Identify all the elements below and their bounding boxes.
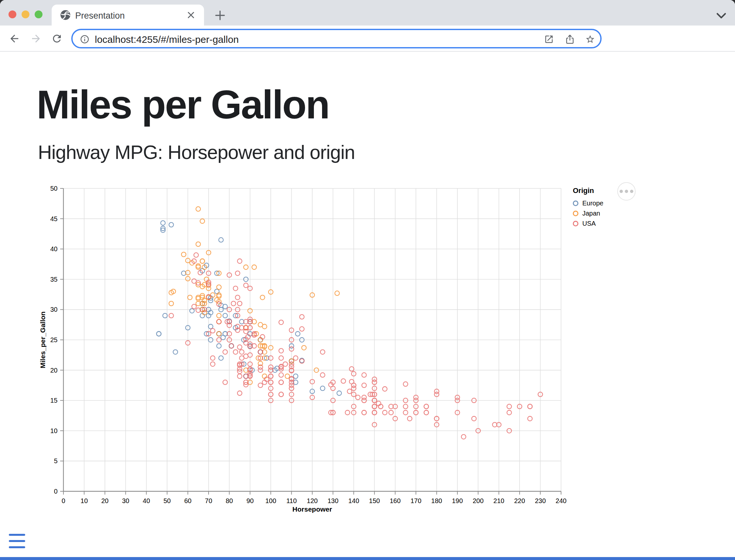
legend-title: Origin	[573, 186, 604, 195]
svg-text:170: 170	[410, 497, 421, 504]
browser-tab[interactable]: Presentation	[52, 5, 204, 26]
tab-close-icon[interactable]	[186, 10, 196, 20]
legend-label: Europe	[582, 200, 604, 207]
globe-icon	[60, 10, 71, 20]
ellipsis-dot	[625, 190, 628, 193]
tab-search-chevron-down-icon[interactable]	[715, 12, 727, 20]
info-icon[interactable]	[80, 34, 90, 44]
svg-text:140: 140	[348, 497, 359, 504]
svg-text:160: 160	[390, 497, 400, 504]
slide-menu-hamburger-icon[interactable]	[9, 534, 25, 550]
hamburger-line	[9, 534, 25, 536]
svg-text:70: 70	[205, 497, 212, 504]
x-axis-title: Horsepower	[292, 505, 332, 513]
svg-text:20: 20	[50, 367, 58, 374]
ellipsis-dot	[630, 190, 633, 193]
japan-circle-swatch	[573, 211, 578, 216]
svg-text:45: 45	[50, 215, 58, 222]
svg-text:50: 50	[164, 497, 171, 504]
scatter-chart: 0102030405060708090100110120130140150160…	[0, 52, 735, 560]
vega-actions-ellipsis-menu-button[interactable]	[617, 182, 636, 201]
legend-label: USA	[582, 220, 596, 227]
hamburger-line	[9, 546, 25, 548]
svg-text:0: 0	[61, 497, 65, 504]
svg-text:60: 60	[184, 497, 191, 504]
svg-text:50: 50	[50, 185, 58, 192]
url-bar[interactable]: localhost:4255/#/miles-per-gallon	[71, 29, 602, 48]
svg-text:210: 210	[493, 497, 504, 504]
svg-text:150: 150	[369, 497, 380, 504]
series-japan	[169, 207, 340, 385]
new-tab-plus-icon[interactable]	[215, 10, 226, 21]
forward-arrow-icon[interactable]	[30, 33, 42, 44]
svg-text:5: 5	[54, 457, 58, 464]
svg-text:40: 40	[50, 245, 58, 253]
series-usa	[169, 253, 543, 439]
presentation-slide: Miles per Gallon Highway MPG: Horsepower…	[0, 52, 735, 560]
svg-text:190: 190	[452, 497, 463, 504]
back-arrow-icon[interactable]	[9, 33, 20, 44]
svg-text:90: 90	[247, 497, 254, 504]
svg-text:30: 30	[122, 497, 129, 504]
traffic-light-close-button[interactable]	[9, 10, 16, 18]
legend-item-japan[interactable]: Japan	[573, 208, 604, 219]
svg-text:220: 220	[514, 497, 525, 504]
y-axis-title: Miles_per_Gallon	[39, 311, 46, 368]
svg-text:240: 240	[555, 497, 566, 504]
tab-title: Presentation	[75, 11, 125, 21]
svg-text:130: 130	[328, 497, 339, 504]
svg-text:30: 30	[50, 306, 58, 313]
open-in-new-icon[interactable]	[544, 34, 554, 44]
legend-item-usa[interactable]: USA	[573, 219, 604, 229]
svg-text:35: 35	[50, 276, 58, 283]
svg-text:80: 80	[226, 497, 233, 504]
svg-text:10: 10	[50, 427, 58, 434]
legend-item-europe[interactable]: Europe	[573, 198, 604, 208]
series-europe	[157, 221, 342, 395]
hamburger-line	[9, 540, 25, 542]
svg-text:25: 25	[50, 336, 58, 343]
svg-text:15: 15	[50, 397, 58, 404]
legend-label: Japan	[582, 210, 600, 217]
reload-icon[interactable]	[51, 33, 63, 44]
svg-text:10: 10	[80, 497, 88, 504]
ellipsis-dot	[620, 190, 623, 193]
share-icon[interactable]	[565, 34, 575, 44]
svg-text:200: 200	[473, 497, 483, 504]
svg-text:180: 180	[431, 497, 442, 504]
presentation-progress-bar[interactable]	[0, 557, 735, 560]
svg-text:230: 230	[535, 497, 546, 504]
bookmark-star-icon[interactable]	[585, 34, 595, 44]
usa-circle-swatch	[573, 221, 578, 226]
svg-text:110: 110	[287, 497, 297, 504]
browser-window: Presentation localhost:4255/#/miles-per-…	[0, 0, 735, 560]
svg-text:0: 0	[54, 488, 58, 495]
tab-strip: Presentation	[0, 0, 735, 26]
browser-toolbar: localhost:4255/#/miles-per-gallon	[0, 26, 735, 52]
traffic-light-zoom-button[interactable]	[35, 10, 43, 18]
svg-text:20: 20	[101, 497, 109, 504]
chart-legend: Origin Europe Japan USA	[573, 186, 604, 229]
europe-circle-swatch	[573, 201, 578, 206]
svg-text:120: 120	[307, 497, 318, 504]
url-text[interactable]: localhost:4255/#/miles-per-gallon	[95, 34, 239, 45]
svg-text:100: 100	[265, 497, 276, 504]
svg-text:40: 40	[143, 497, 150, 504]
traffic-light-minimize-button[interactable]	[22, 10, 29, 18]
